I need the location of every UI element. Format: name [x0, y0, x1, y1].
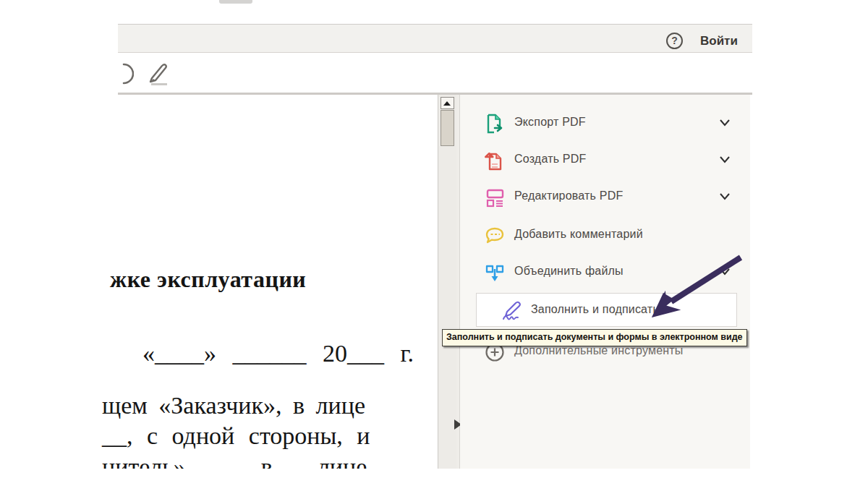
tool-item-label: Создать PDF — [514, 153, 586, 166]
create-pdf-icon — [484, 150, 506, 171]
document-heading: жке эксплуатации — [110, 266, 306, 293]
tool-item-edit-pdf[interactable]: Редактировать PDF — [460, 184, 750, 210]
tool-item-label: Добавить комментарий — [514, 228, 643, 241]
highlighter-tool-icon[interactable] — [143, 59, 172, 88]
document-text-line: нитель»влице — [102, 453, 367, 469]
tool-item-label: Экспорт PDF — [514, 116, 586, 129]
window-crop-artifact — [219, 0, 252, 4]
document-text-line: __, с одной стороны, и — [102, 422, 370, 450]
scroll-up-button[interactable] — [441, 97, 454, 109]
tools-panel: Экспорт PDF Создать PDF Редактировать PD… — [460, 95, 750, 469]
chevron-down-icon[interactable] — [719, 155, 731, 164]
add-comment-icon — [484, 225, 506, 247]
document-text-fragment: нитель» — [102, 453, 186, 469]
chevron-down-icon[interactable] — [719, 192, 731, 201]
tool-item-label: Редактировать PDF — [514, 189, 623, 202]
scroll-up-arrow-icon — [443, 101, 451, 106]
secondary-toolbar — [118, 54, 752, 93]
vertical-scrollbar[interactable] — [438, 95, 456, 469]
chevron-down-icon[interactable] — [719, 119, 731, 127]
help-icon[interactable]: ? — [666, 33, 683, 49]
tool-item-add-comment[interactable]: Добавить комментарий — [460, 223, 750, 249]
tool-item-fill-and-sign[interactable]: Заполнить и подписать — [476, 293, 737, 327]
signin-button[interactable]: Войти — [700, 33, 745, 49]
main-toolbar — [118, 24, 752, 53]
chevron-down-icon[interactable] — [719, 268, 731, 276]
scroll-thumb[interactable] — [441, 110, 454, 146]
document-text-fragment: в — [261, 453, 273, 469]
tool-item-label: Заполнить и подписать — [531, 303, 659, 316]
tooltip: Заполнить и подписать документы и формы … — [442, 329, 747, 346]
document-date-line: «____» ______ 20___ г. — [142, 340, 414, 367]
tool-item-combine-files[interactable]: Объединить файлы — [460, 260, 750, 286]
tool-item-export-pdf[interactable]: Экспорт PDF — [460, 111, 750, 137]
cropped-tool-arc-icon[interactable] — [118, 62, 134, 85]
tool-item-create-pdf[interactable]: Создать PDF — [460, 148, 750, 174]
tool-item-label: Объединить файлы — [514, 265, 624, 278]
fill-sign-icon — [501, 300, 524, 322]
document-page: жке эксплуатации «____» ______ 20___ г. … — [0, 95, 438, 469]
app-window: ? Войти жке эксплуатации «____» ______ 2… — [0, 0, 868, 499]
document-text-line: щем «Заказчик», в лице — [102, 392, 365, 419]
document-text-fragment: лице — [318, 453, 367, 469]
export-pdf-icon — [484, 113, 506, 135]
combine-files-icon — [484, 262, 506, 283]
edit-pdf-icon — [484, 187, 506, 208]
